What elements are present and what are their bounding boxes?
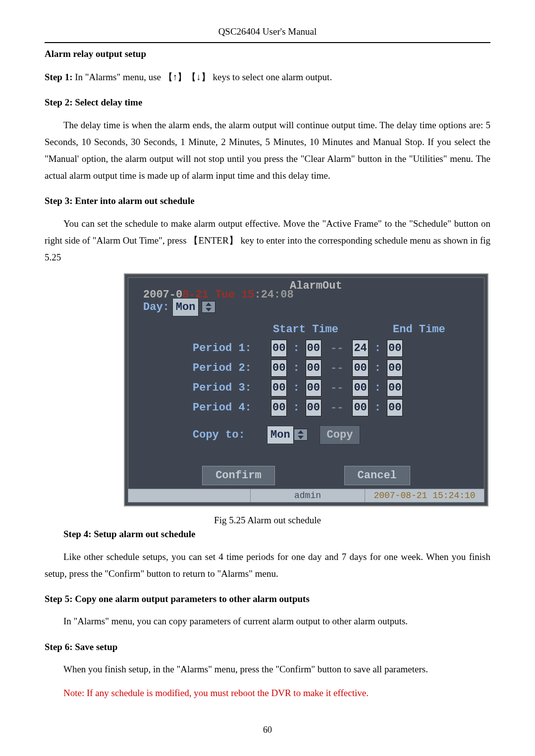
copy-button[interactable]: Copy bbox=[320, 425, 361, 445]
step4-title: Step 4: Setup alarm out schedule bbox=[63, 527, 490, 542]
step1-text-b: keys to select one alarm output. bbox=[211, 72, 332, 82]
step1-label: Step 1: bbox=[45, 72, 72, 82]
period-row-3: Period 3: 00:00 -- 00:00 bbox=[193, 379, 469, 397]
copy-to-label: Copy to: bbox=[193, 427, 267, 443]
dialog-title: AlarmOut bbox=[290, 278, 342, 294]
period-label: Period 2: bbox=[193, 360, 267, 376]
step2-title: Step 2: Select delay time bbox=[45, 96, 490, 110]
period-label: Period 4: bbox=[193, 400, 267, 416]
date-gray1: 2007-0 bbox=[143, 287, 182, 303]
start-hour-input[interactable]: 00 bbox=[271, 359, 287, 377]
status-timestamp: 2007-08-21 15:24:10 bbox=[365, 489, 484, 502]
start-min-input[interactable]: 00 bbox=[306, 379, 321, 397]
step1-text-a: In "Alarms" menu, use bbox=[72, 72, 163, 82]
confirm-button[interactable]: Confirm bbox=[202, 466, 274, 485]
start-hour-input[interactable]: 00 bbox=[271, 379, 287, 397]
figure-caption: Fig 5.25 Alarm out schedule bbox=[45, 513, 490, 528]
step3-title: Step 3: Enter into alarm out schedule bbox=[45, 194, 490, 208]
step6-body: When you finish setup, in the "Alarms" m… bbox=[45, 661, 490, 678]
status-user: admin bbox=[251, 489, 365, 502]
start-min-input[interactable]: 00 bbox=[306, 399, 321, 416]
step4-body: Like other schedule setups, you can set … bbox=[45, 549, 490, 582]
end-hour-input[interactable]: 24 bbox=[352, 340, 368, 357]
step5-title: Step 5: Copy one alarm output parameters… bbox=[45, 592, 490, 606]
down-key-icon: 【↓】 bbox=[187, 72, 211, 82]
end-min-input[interactable]: 00 bbox=[387, 340, 403, 357]
section-title: Alarm relay output setup bbox=[45, 47, 490, 61]
clock: :24:08 bbox=[254, 287, 293, 303]
period-row-1: Period 1: 00:00 -- 24:00 bbox=[193, 340, 469, 357]
page-header: QSC26404 User's Manual bbox=[45, 25, 490, 43]
step2-body: The delay time is when the alarm ends, t… bbox=[45, 117, 490, 185]
enter-key-icon: 【ENTER】 bbox=[189, 235, 238, 246]
start-min-input[interactable]: 00 bbox=[306, 359, 321, 377]
end-hour-input[interactable]: 00 bbox=[352, 379, 368, 397]
end-min-input[interactable]: 00 bbox=[387, 359, 403, 377]
step5-body: In "Alarms" menu, you can copy parameter… bbox=[63, 613, 490, 630]
period-label: Period 1: bbox=[193, 340, 267, 356]
start-hour-input[interactable]: 00 bbox=[271, 340, 287, 357]
warning-note: Note: If any schedule is modified, you m… bbox=[63, 685, 490, 702]
date-red: 8-21 Tue 15 bbox=[182, 287, 254, 303]
status-bar: admin 2007-08-21 15:24:10 bbox=[128, 489, 484, 503]
end-hour-input[interactable]: 00 bbox=[352, 359, 368, 377]
end-min-input[interactable]: 00 bbox=[387, 399, 403, 416]
start-min-input[interactable]: 00 bbox=[306, 340, 321, 357]
start-time-header: Start Time bbox=[273, 321, 338, 338]
day-spinner-icon[interactable] bbox=[202, 301, 215, 313]
period-row-4: Period 4: 00:00 -- 00:00 bbox=[193, 399, 469, 416]
alarmout-dialog-screenshot: 2007-08-21 Tue 15AlarmOut:24:08 Day: Mon… bbox=[124, 273, 488, 506]
copy-day-spinner-icon[interactable] bbox=[294, 429, 308, 441]
end-min-input[interactable]: 00 bbox=[387, 379, 403, 397]
copy-day-select[interactable]: Mon bbox=[267, 426, 294, 444]
step6-title: Step 6: Save setup bbox=[45, 640, 490, 655]
period-row-2: Period 2: 00:00 -- 00:00 bbox=[193, 359, 469, 377]
period-label: Period 3: bbox=[193, 380, 267, 396]
cancel-button[interactable]: Cancel bbox=[344, 466, 410, 485]
page-number: 60 bbox=[45, 723, 490, 737]
end-time-header: End Time bbox=[393, 321, 445, 338]
start-hour-input[interactable]: 00 bbox=[271, 399, 287, 416]
up-key-icon: 【↑】 bbox=[163, 72, 187, 82]
end-hour-input[interactable]: 00 bbox=[352, 399, 368, 416]
